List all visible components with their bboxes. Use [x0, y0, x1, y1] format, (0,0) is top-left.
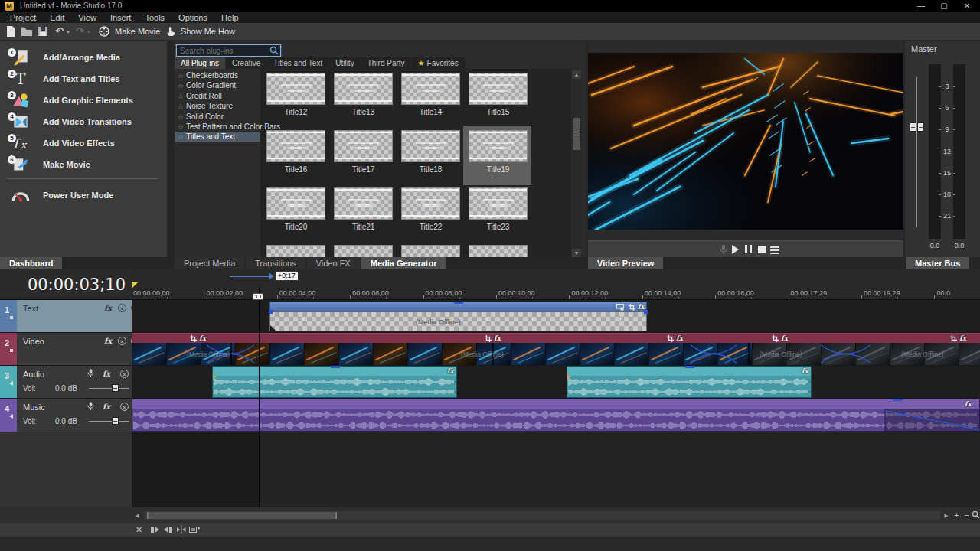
scroll-left-icon[interactable]: ◀ — [132, 511, 142, 520]
tab-third-party[interactable]: Third Party — [361, 57, 411, 69]
tab-video-preview[interactable]: Video Preview — [588, 257, 663, 269]
generated-media-icon[interactable] — [616, 303, 624, 312]
plugin-item-color-gradient[interactable]: ☆Color Gradient — [175, 80, 260, 90]
video-event-icons[interactable]: fx — [667, 334, 683, 342]
tab-project-media[interactable]: Project Media — [175, 257, 244, 269]
event-tool[interactable] — [189, 525, 200, 536]
volume-slider-handle[interactable] — [112, 417, 119, 425]
menu-options[interactable]: Options — [172, 12, 214, 23]
audio-event[interactable]: fx — [212, 366, 457, 398]
fade-corner[interactable] — [270, 325, 276, 331]
text-event-body[interactable]: (Media Offline) ******* — [270, 311, 647, 331]
dashboard-step-make-movie[interactable]: 6Make Movie — [0, 155, 167, 176]
dashboard-step-add-arrange-media[interactable]: 1Add/Arrange Media — [0, 47, 167, 69]
split-tool[interactable] — [176, 525, 186, 536]
menu-tools[interactable]: Tools — [138, 12, 172, 23]
event-fx-icon[interactable]: fx — [802, 367, 808, 375]
plugin-item-noise-texture[interactable]: ☆Noise Texture — [175, 101, 260, 111]
thumbnail-title18[interactable] — [401, 130, 460, 162]
audio-event[interactable]: fx — [567, 366, 812, 398]
dashboard-step-add-video-effects[interactable]: 5fxAdd Video Effects — [0, 133, 167, 155]
hscroll-track[interactable] — [144, 511, 940, 520]
event-fx-icon[interactable]: fx — [959, 334, 966, 342]
event-fx-icon[interactable]: fx — [447, 367, 454, 375]
track-header-video[interactable]: 2 Video fx ✕ S — [0, 333, 132, 365]
preview-menu-icon[interactable] — [770, 245, 779, 254]
playhead-line[interactable] — [259, 287, 260, 507]
track-fx-icon[interactable]: fx — [103, 370, 110, 378]
undo-button[interactable]: ↶ — [55, 25, 64, 38]
tab-favorites[interactable]: ★Favorites — [412, 57, 465, 69]
track-header-music[interactable]: 4 Music fx ✕ S Vol: 0.0 dB — [0, 399, 132, 432]
tab-video-fx[interactable]: Video FX — [307, 257, 360, 269]
close-tool-icon[interactable]: ✕ — [136, 525, 142, 536]
new-project-button[interactable] — [5, 25, 17, 38]
mic-icon[interactable] — [87, 402, 94, 412]
video-event-icons[interactable]: fx — [950, 334, 966, 342]
play-button[interactable] — [732, 245, 739, 254]
timeline-empty-left[interactable] — [132, 432, 259, 507]
pause-button[interactable] — [745, 245, 752, 255]
volume-slider[interactable] — [89, 388, 129, 389]
text-event-header[interactable]: fx — [270, 302, 647, 311]
pan-crop-icon[interactable] — [667, 334, 674, 342]
thumbnail-title20[interactable] — [266, 187, 325, 220]
plugin-item-test-pattern-and-color-bars[interactable]: ☆Test Pattern and Color Bars — [175, 122, 260, 132]
dashboard-step-add-text-and-titles[interactable]: 2TAdd Text and Titles — [0, 69, 167, 90]
video-event-icons[interactable]: fx — [190, 334, 206, 342]
thumbnail-title12[interactable] — [266, 73, 325, 105]
track-header-text[interactable]: 1 Text fx ✕ S — [0, 300, 132, 332]
dashboard-step-add-graphic-elements[interactable]: 3Add Graphic Elements — [0, 90, 167, 112]
marker-flag-icon[interactable] — [132, 282, 139, 288]
event-fx-icon[interactable]: fx — [965, 400, 972, 408]
scroll-down-icon[interactable]: ▼ — [572, 249, 581, 257]
fade-handle[interactable] — [213, 376, 217, 380]
search-input[interactable] — [176, 44, 281, 57]
menu-edit[interactable]: Edit — [43, 12, 71, 23]
zoom-tool-icon[interactable] — [971, 510, 980, 520]
tab-all-plug-ins[interactable]: All Plug-ins — [175, 57, 225, 69]
record-mic-icon[interactable] — [720, 245, 727, 256]
menu-help[interactable]: Help — [214, 12, 246, 23]
maximize-button[interactable]: ▢ — [936, 0, 952, 11]
menu-project[interactable]: Project — [3, 12, 43, 23]
plugin-item-titles-and-text[interactable]: ☆Titles and Text — [175, 132, 260, 142]
fade-handle[interactable] — [567, 376, 571, 380]
plugin-item-solid-color[interactable]: ☆Solid Color — [175, 112, 260, 122]
make-movie-button[interactable]: Make Movie — [98, 25, 160, 38]
mic-icon[interactable] — [87, 369, 94, 380]
tab-dashboard[interactable]: Dashboard — [0, 257, 62, 269]
selection-handle[interactable] — [269, 310, 273, 314]
track-fx-icon[interactable]: fx — [103, 403, 110, 411]
thumbnail-title15[interactable] — [469, 73, 528, 105]
thumbnail-title14[interactable] — [401, 73, 460, 105]
video-event-icons[interactable]: fx — [485, 334, 501, 342]
mute-icon[interactable]: ✕ — [118, 337, 126, 345]
thumbnail-title17[interactable] — [334, 130, 393, 162]
minimize-track-icon[interactable] — [10, 349, 13, 352]
tab-media-generator[interactable]: Media Generator — [361, 257, 446, 269]
selection-handle[interactable] — [644, 310, 648, 314]
text-event[interactable]: fx (Media Offline) ******* — [270, 302, 647, 332]
volume-slider[interactable] — [89, 421, 129, 422]
grid-scrollbar-thumb[interactable] — [573, 118, 580, 150]
plugin-item-checkerboards[interactable]: ☆Checkerboards — [175, 70, 260, 80]
thumbnail-title22[interactable] — [401, 187, 460, 220]
show-me-how-button[interactable]: Show Me How — [165, 25, 235, 38]
pan-crop-icon[interactable] — [950, 334, 957, 342]
tab-master-bus[interactable]: Master Bus — [906, 257, 969, 269]
menu-view[interactable]: View — [71, 12, 103, 23]
zoom-in-button[interactable]: + — [952, 510, 962, 520]
pan-crop-icon[interactable] — [772, 334, 779, 342]
minimize-track-icon[interactable] — [9, 414, 13, 419]
master-fader-handle[interactable] — [910, 122, 924, 133]
minimize-track-icon[interactable] — [10, 316, 13, 319]
thumbnail-title21[interactable] — [334, 187, 393, 220]
video-event-icons[interactable]: fx — [772, 334, 788, 342]
playhead-marker[interactable] — [253, 293, 263, 300]
save-project-button[interactable] — [37, 25, 49, 38]
thumbnail-title13[interactable] — [334, 73, 393, 105]
pan-crop-icon[interactable] — [485, 334, 492, 342]
trim-end-tool[interactable] — [163, 525, 173, 536]
redo-button[interactable]: ↷ — [76, 25, 84, 38]
